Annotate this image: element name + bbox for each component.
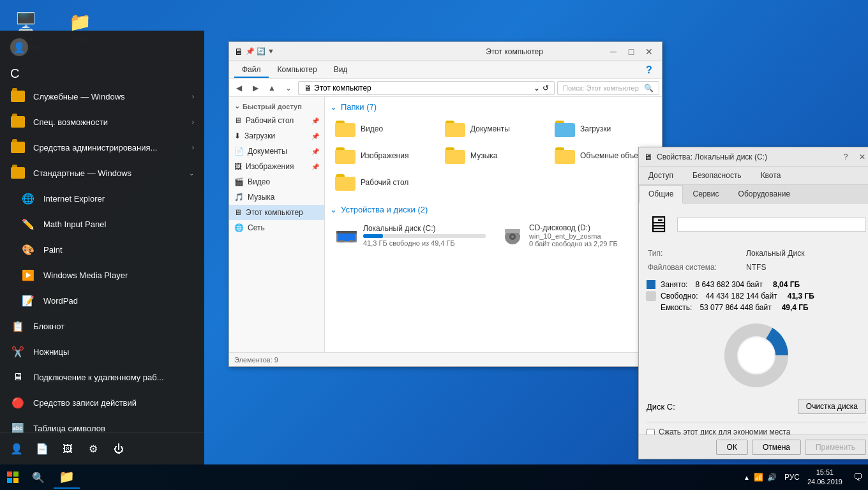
taskbar-search-button[interactable]: 🔍 <box>26 464 51 490</box>
photos-bottom-icon[interactable]: 🖼 <box>56 438 79 461</box>
sidebar-item-charmap[interactable]: 🔤 Таблица символов <box>0 415 204 433</box>
compress-checkbox[interactable] <box>647 429 655 434</box>
minimize-button[interactable]: ─ <box>606 44 621 59</box>
recent-button[interactable]: ⌄ <box>281 81 296 95</box>
address-bar[interactable]: 🖥 Этот компьютер ⌄ ↺ <box>298 81 555 95</box>
cancel-button[interactable]: Отмена <box>752 440 801 455</box>
sidebar-item-paint[interactable]: 🎨 Paint <box>0 237 204 262</box>
docs-folder-label: Документы <box>470 124 510 133</box>
settings-bottom-icon[interactable]: ⚙ <box>82 438 105 461</box>
taskbar-lang[interactable]: РУС <box>782 473 802 482</box>
sidebar-item-nojnicy[interactable]: ✂️ Ножницы <box>0 339 204 364</box>
props-help-button[interactable]: ? <box>839 151 852 163</box>
close-button[interactable]: ✕ <box>641 44 657 59</box>
sidebar-item-math[interactable]: ✏️ Math Input Panel <box>0 211 204 237</box>
documents-bottom-icon[interactable]: 📄 <box>31 438 54 461</box>
props-tab-general[interactable]: Общие <box>639 185 683 204</box>
spets-label: Спец. возможности <box>33 117 184 127</box>
sidebar-desktop[interactable]: 🖥 Рабочий стол 📌 <box>229 113 324 128</box>
folder-music[interactable]: Музыка <box>440 144 547 168</box>
taskbar-file-explorer[interactable]: 📁 <box>54 466 80 489</box>
back-button[interactable]: ◀ <box>232 81 246 95</box>
props-title: Свойства: Локальный диск (C:) <box>657 152 835 161</box>
props-tab-quota[interactable]: Квота <box>751 167 791 184</box>
sidebar-this-computer[interactable]: 🖥 Этот компьютер <box>229 205 324 220</box>
sidebar-item-standartnie[interactable]: Стандартные — Windows ⌄ <box>0 160 204 186</box>
svg-rect-13 <box>13 471 19 477</box>
props-legend: Занято: 8 643 682 304 байт 8,04 ГБ Свобо… <box>647 280 866 312</box>
fs-value: NTFS <box>746 261 865 274</box>
props-tab-service[interactable]: Сервис <box>683 185 728 203</box>
tray-expand-icon[interactable]: ▲ <box>744 474 750 481</box>
sidebar-item-sredstva[interactable]: Средства администрирования... › <box>0 135 204 160</box>
start-button[interactable] <box>0 464 26 490</box>
cap-gb: 49,4 ГБ <box>782 303 809 312</box>
sidebar-item-ie[interactable]: 🌐 Internet Explorer <box>0 186 204 211</box>
taskbar-clock[interactable]: 15:51 24.06.2019 <box>802 468 848 487</box>
sidebar-item-sluzhebnie[interactable]: Служебные — Windows › <box>0 84 204 109</box>
sidebar-item-spets[interactable]: Спец. возможности › <box>0 109 204 135</box>
power-bottom-icon[interactable]: ⏻ <box>107 438 130 461</box>
user-avatar[interactable]: 👤 <box>10 38 28 56</box>
props-tab-security[interactable]: Безопасность <box>683 167 751 184</box>
up-button[interactable]: ▲ <box>265 81 279 95</box>
search-bar[interactable]: Поиск: Этот компьютер 🔍 <box>557 81 659 95</box>
notification-button[interactable]: 🗨 <box>848 464 868 490</box>
folder-downloads[interactable]: Загрузки <box>550 117 657 141</box>
tab-computer[interactable]: Компьютер <box>270 63 325 78</box>
sidebar-video[interactable]: 🎬 Видео <box>229 174 324 189</box>
recorder-label: Средство записи действий <box>33 398 194 408</box>
ok-button[interactable]: ОК <box>716 440 748 455</box>
fe-help-button[interactable]: ? <box>641 63 657 78</box>
folder-icon-spets <box>10 114 26 130</box>
sredstva-label: Средства администрирования... <box>33 143 184 152</box>
music-icon-sm: 🎵 <box>234 193 244 202</box>
folder-desktop[interactable]: Рабочий стол <box>330 170 437 195</box>
props-drive-name-input[interactable] <box>677 218 866 232</box>
legend-free: Свободно: 44 434 182 144 байт 41,3 ГБ <box>647 292 866 301</box>
3d-folder-icon <box>555 147 575 164</box>
downloads-folder-label: Загрузки <box>580 124 611 133</box>
props-tab-hardware[interactable]: Оборудование <box>729 185 800 203</box>
svg-rect-1 <box>338 232 355 241</box>
desktop-label: Рабочий стол <box>246 116 294 125</box>
sidebar-downloads[interactable]: ⬇ Загрузки 📌 <box>229 128 324 144</box>
sidebar-network[interactable]: 🌐 Сеть <box>229 220 324 235</box>
user-bottom-icon[interactable]: 👤 <box>5 438 28 461</box>
sidebar-images[interactable]: 🖼 Изображения 📌 <box>229 159 324 174</box>
tab-view[interactable]: Вид <box>326 63 355 78</box>
sidebar-item-bloknot[interactable]: 📋 Блокнот <box>0 313 204 339</box>
fe-title-icon: 🖥 <box>234 47 243 57</box>
folder-video[interactable]: Видео <box>330 117 437 141</box>
sidebar-item-wordpad[interactable]: 📝 WordPad <box>0 288 204 313</box>
sidebar-item-wmp[interactable]: ▶️ Windows Media Player <box>0 262 204 288</box>
props-body: 🖥 Тип: Локальный Диск Файловая система: … <box>639 204 868 434</box>
chevron-right-icon-sredstva: › <box>192 144 194 151</box>
tray-volume-icon[interactable]: 🔊 <box>767 473 777 482</box>
d-drive-icon <box>501 226 524 245</box>
forward-button[interactable]: ▶ <box>248 81 262 95</box>
device-c-drive[interactable]: Локальный диск (C:) 41,3 ГБ свободно из … <box>330 219 491 251</box>
folder-images[interactable]: Изображения <box>330 144 437 168</box>
images-folder-icon <box>335 147 355 164</box>
maximize-button[interactable]: □ <box>624 44 639 59</box>
folder-icon-sredstva <box>10 140 26 155</box>
sidebar-item-recorder[interactable]: 🔴 Средство записи действий <box>0 390 204 415</box>
cleanup-disk-button[interactable]: Очистка диска <box>798 399 866 414</box>
type-value: Локальный Диск <box>746 247 865 260</box>
device-d-drive[interactable]: CD-дисковод (D:) win_10_ent_by_zosma 0 б… <box>496 219 657 251</box>
address-text: Этот компьютер <box>314 84 371 93</box>
svg-rect-12 <box>7 471 12 477</box>
folders-grid: Видео Документы <box>330 117 657 195</box>
props-close-button[interactable]: ✕ <box>856 151 868 163</box>
this-computer-label: Этот компьютер <box>246 208 303 217</box>
props-tab-access[interactable]: Доступ <box>639 167 683 184</box>
sidebar-documents[interactable]: 📄 Документы 📌 <box>229 144 324 159</box>
sidebar-music[interactable]: 🎵 Музыка <box>229 189 324 205</box>
apply-button[interactable]: Применить <box>805 440 866 455</box>
chevron-down-icon-standartnie: ⌄ <box>189 170 194 177</box>
sidebar-item-remote[interactable]: 🖥 Подключение к удаленному раб... <box>0 364 204 390</box>
tray-network-icon[interactable]: 📶 <box>754 473 763 482</box>
folder-docs[interactable]: Документы <box>440 117 547 141</box>
tab-file[interactable]: Файл <box>234 63 269 78</box>
